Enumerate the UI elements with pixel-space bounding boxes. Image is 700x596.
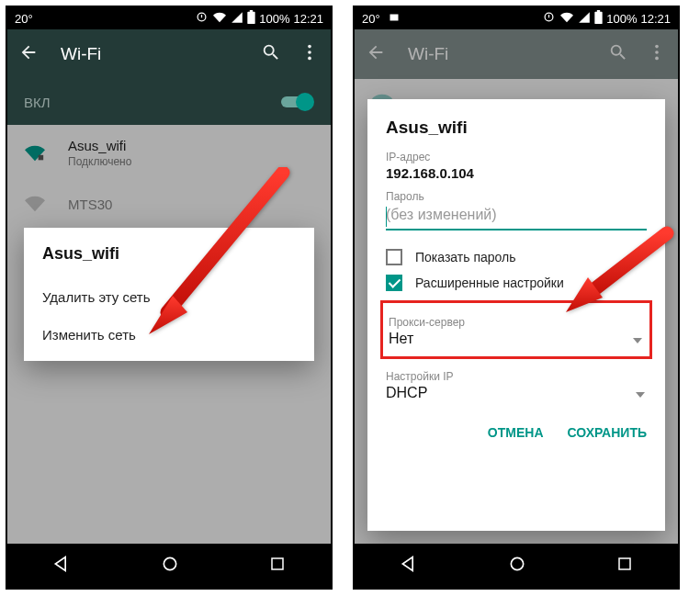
ip-settings-value: DHCP xyxy=(386,385,647,401)
save-button[interactable]: СОХРАНИТЬ xyxy=(568,425,647,440)
wifi-toggle-row: ВКЛ xyxy=(7,79,331,125)
clock: 12:21 xyxy=(640,12,671,26)
svg-rect-5 xyxy=(272,558,283,569)
cell-signal-icon xyxy=(231,11,243,27)
ip-settings-label: Настройки IP xyxy=(386,370,647,383)
phone-left: 20° 100% 12:21 Wi-Fi xyxy=(6,6,333,590)
cell-signal-icon xyxy=(578,11,591,27)
search-icon[interactable] xyxy=(261,42,281,66)
svg-point-1 xyxy=(308,51,311,54)
ip-address-label: IP-адрес xyxy=(386,151,647,163)
forget-network-item[interactable]: Удалить эту сеть xyxy=(42,278,296,316)
temperature: 20° xyxy=(362,12,380,26)
nav-bar xyxy=(7,544,331,588)
wifi-toggle-switch[interactable] xyxy=(281,93,314,111)
password-placeholder: (без изменений) xyxy=(386,207,497,222)
advanced-label: Расширенные настройки xyxy=(415,276,564,290)
password-label: Пароль xyxy=(386,190,647,203)
modify-network-item[interactable]: Изменить сеть xyxy=(42,316,296,354)
nav-bar xyxy=(355,544,678,588)
password-input[interactable]: (без изменений) xyxy=(386,207,647,231)
wifi-signal-icon xyxy=(212,11,227,27)
screen: 20° 100% 12:21 Wi-Fi xyxy=(7,7,331,588)
nav-recent-icon[interactable] xyxy=(269,556,286,576)
edit-network-dialog: Asus_wifi IP-адрес 192.168.0.104 Пароль … xyxy=(367,99,665,531)
chevron-down-icon xyxy=(633,338,642,343)
battery-percent: 100% xyxy=(606,12,637,26)
battery-percent: 100% xyxy=(259,12,289,26)
proxy-value: Нет xyxy=(389,331,644,347)
app-bar: Wi-Fi xyxy=(7,29,331,79)
phone-right: 20° 100% 12:21 Wi-Fi xyxy=(353,6,680,590)
ip-settings-dropdown[interactable]: Настройки IP DHCP xyxy=(386,366,647,407)
dialog-title: Asus_wifi xyxy=(386,118,647,138)
screenshot-icon xyxy=(388,12,401,26)
svg-point-2 xyxy=(308,57,311,61)
nav-back-icon[interactable] xyxy=(400,555,418,577)
nav-home-icon[interactable] xyxy=(161,555,179,577)
context-menu: Asus_wifi Удалить эту сеть Изменить сеть xyxy=(24,228,314,361)
screen: 20° 100% 12:21 Wi-Fi xyxy=(355,7,678,588)
page-title: Wi-Fi xyxy=(61,44,261,64)
status-bar: 20° 100% 12:21 xyxy=(355,7,678,29)
proxy-highlight: Прокси-сервер Нет xyxy=(380,300,652,359)
alarm-icon xyxy=(195,10,209,27)
svg-point-4 xyxy=(164,557,175,569)
advanced-row[interactable]: Расширенные настройки xyxy=(386,275,647,291)
svg-rect-11 xyxy=(619,558,630,569)
show-password-row[interactable]: Показать пароль xyxy=(386,249,647,265)
nav-back-icon[interactable] xyxy=(52,555,71,577)
svg-point-0 xyxy=(308,45,311,49)
nav-recent-icon[interactable] xyxy=(616,556,633,576)
show-password-checkbox[interactable] xyxy=(386,249,402,265)
wifi-signal-icon xyxy=(559,11,574,27)
wifi-toggle-label: ВКЛ xyxy=(24,95,51,110)
proxy-dropdown[interactable]: Прокси-сервер Нет xyxy=(389,312,644,353)
back-icon[interactable] xyxy=(18,42,39,66)
svg-rect-6 xyxy=(390,14,398,20)
proxy-label: Прокси-сервер xyxy=(389,316,644,329)
show-password-label: Показать пароль xyxy=(415,250,516,264)
ip-address-value: 192.168.0.104 xyxy=(386,165,647,181)
battery-icon xyxy=(247,10,255,27)
nav-home-icon[interactable] xyxy=(508,555,526,577)
more-icon[interactable] xyxy=(299,42,320,66)
clock: 12:21 xyxy=(293,12,323,26)
battery-icon xyxy=(594,10,603,27)
temperature: 20° xyxy=(15,12,33,26)
chevron-down-icon xyxy=(636,392,645,398)
status-bar: 20° 100% 12:21 xyxy=(7,7,331,29)
advanced-checkbox[interactable] xyxy=(386,275,402,291)
context-menu-title: Asus_wifi xyxy=(42,244,296,264)
alarm-icon xyxy=(542,10,556,27)
svg-point-10 xyxy=(511,557,523,569)
cancel-button[interactable]: ОТМЕНА xyxy=(488,425,544,440)
